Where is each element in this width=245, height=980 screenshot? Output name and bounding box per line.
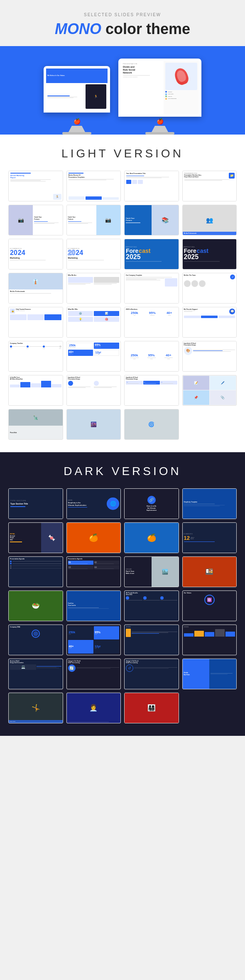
selected-label: SELECTED SLIDES PREVIEW <box>8 12 237 17</box>
dark-slide-thumb-16[interactable]: Our Values ⚛️ <box>182 590 237 621</box>
slide-thumb-20[interactable]: We Provide Support 💬 <box>182 307 237 338</box>
dark-slide-thumb-14[interactable]: ConfirmYour Limits <box>66 590 121 621</box>
dark-slide-thumb-23[interactable]: Change Is The ResultOf All True Learning… <box>124 659 179 689</box>
dark-slide-thumb-8[interactable]: NUMBERS 12 Items inthe list <box>182 522 237 553</box>
slide-thumb-18[interactable]: What We Offer ⚙️ 📊 💡 🎯 <box>66 307 121 338</box>
slide-thumb-12[interactable]: MARKETING Fore cast 2025 <box>182 239 237 270</box>
light-slide-grid: Annual MarketingReport 🏃 Market Review O… <box>8 171 237 440</box>
slide-thumb-10[interactable]: ECOMMERCE 20 24 Marketing <box>66 239 121 270</box>
dark-slide-thumb-9[interactable]: Presentation Agenda <box>8 556 63 587</box>
dark-slide-thumb-11[interactable]: 🏙️ EXPLORE Day In TownMake It Last <box>124 556 179 587</box>
dark-slide-thumb-26[interactable]: 👩‍💼 <box>66 693 121 723</box>
slide-thumb-13[interactable]: 👔 We Are Professionals <box>8 273 63 304</box>
hero-section: We Believe In Our Values 🏃 🍎 <box>0 46 245 135</box>
dark-slide-thumb-24[interactable]: DivideBut Rule <box>182 659 237 689</box>
dark-version-section: DARK VERSION TYPE SECTION Type Section T… <box>0 452 245 736</box>
slide-thumb-30[interactable]: 🌆 <box>66 409 121 440</box>
slide-thumb-9[interactable]: ECOMMERCE 20 24 Marketing <box>8 239 63 270</box>
slide-thumb-29[interactable]: 🗽 Photo Slide <box>8 409 63 440</box>
dark-slide-thumb-13[interactable]: 🥗 <box>8 590 63 621</box>
main-title: MONO color theme <box>8 20 237 38</box>
dark-slide-thumb-7[interactable]: 🍊 <box>124 522 179 553</box>
dark-slide-thumb-21[interactable]: Business ModelDesign And Innovation 💻 <box>8 659 63 689</box>
dark-slide-thumb-5[interactable]: RETAIL AnnualSugarSale 🍬 <box>8 522 63 553</box>
slide-thumb-17[interactable]: 🔒 Only Trusted Sources <box>8 307 63 338</box>
title-rest: color theme <box>101 20 190 37</box>
dark-slide-thumb-12[interactable]: 🍱 <box>182 556 237 587</box>
dark-slide-thumb-22[interactable]: Change Is The ResultOf All True Learning… <box>66 659 121 689</box>
dark-slide-thumb-20[interactable]: DESIGN <box>182 625 237 655</box>
slide-thumb-2[interactable]: Market Review OfPresentation Templates <box>66 171 121 201</box>
slide-thumb-22[interactable]: 250k Clients worldwide 95% Satisfaction … <box>66 341 121 372</box>
monitor-large: PRESENTATION Divide andRule SocialNetwor… <box>118 59 201 135</box>
slide-thumb-4[interactable]: PRESENTATION TITLE Presentation Title Go… <box>182 171 237 201</box>
dark-slide-thumb-25[interactable]: 🤸 Team Photo <box>8 693 63 723</box>
apple-logo-large: 🍎 <box>118 117 201 126</box>
dark-slide-thumb-2[interactable]: QUOTE Simplicity is theUltimate Sophisti… <box>66 488 121 519</box>
header-section: SELECTED SLIDES PREVIEW MONO color theme <box>0 0 245 46</box>
slide-thumb-27[interactable]: Ingredients Of GoodPresentation Design 0… <box>124 375 179 406</box>
slide-thumb-23[interactable]: 250k Clients 95% Rating 40+ Awards <box>124 341 179 372</box>
slide-thumb-11[interactable]: MARKETING Fore cast 2025 <box>124 239 179 270</box>
slide-thumb-5[interactable]: 📷 Catch YourFortune <box>8 205 63 235</box>
dark-slide-thumb-6[interactable]: 🍊 <box>66 522 121 553</box>
slide-thumb-8[interactable]: 👥 We Are Professionals <box>182 205 237 235</box>
dark-slide-grid: TYPE SECTION Type Section Title QUOTE Si… <box>8 488 237 723</box>
dark-slide-thumb-18[interactable]: 250k Users 95% Happy 40+ Awards 12yr Yea… <box>66 625 121 655</box>
monitor-small: We Believe In Our Values 🏃 🍎 <box>44 66 110 135</box>
dark-slide-thumb-27[interactable]: 👨‍👩‍👧‍👦 <box>124 693 179 723</box>
slide-thumb-19[interactable]: 2020 In Numbers 250k Users 95% Satisfact… <box>124 307 179 338</box>
slide-thumb-28[interactable]: 📝 🖊️ 📌 📎 <box>182 375 237 406</box>
slide-thumb-16[interactable]: We Are The Team ✓ <box>182 273 237 304</box>
slide-thumb-7[interactable]: Catch YourFortune 📚 <box>124 205 179 235</box>
dark-slide-thumb-1[interactable]: TYPE SECTION Type Section Title <box>8 488 63 519</box>
dark-slide-thumb-10[interactable]: Presentation Agenda 01 02 03 <box>66 556 121 587</box>
dark-slide-thumb-15[interactable]: We Provide BenefitsSince 2015 <box>124 590 179 621</box>
dark-slide-thumb-17[interactable]: Company DNA <box>8 625 63 655</box>
slide-thumb-31[interactable]: 🌀 <box>124 409 179 440</box>
slide-thumb-1[interactable]: Annual MarketingReport 🏃 <box>8 171 63 201</box>
dark-slide-thumb-4[interactable]: Simplicity Template <box>182 488 237 519</box>
apple-logo-small: 🍎 <box>44 117 110 126</box>
light-version-title: LIGHT VERSION <box>8 147 237 160</box>
dark-slide-thumb-3[interactable]: 🔗 Share Is to Bethe UltimateSophisticati… <box>124 488 179 519</box>
slide-thumb-3[interactable]: Your Best Presentation Title <box>124 171 179 201</box>
slide-thumb-14[interactable]: Who We Are <box>66 273 121 304</box>
slide-thumb-21[interactable]: Company Timeline 2012 2014 2018 2020 <box>8 341 63 372</box>
slide-thumb-24[interactable]: Ingredients Of GoodPresentation Design 🎨 <box>182 341 237 372</box>
dark-version-title: DARK VERSION <box>8 465 237 478</box>
light-version-section: LIGHT VERSION Annual MarketingReport 🏃 M… <box>0 135 245 452</box>
slide-thumb-6[interactable]: Catch YourFortune 📷 <box>66 205 121 235</box>
slide-thumb-15[interactable]: Our Company Template <box>124 273 179 304</box>
dark-slide-thumb-19[interactable]: DESIGN <box>124 625 179 655</box>
slide-thumb-26[interactable]: Ingredients Of GoodPresentation Design <box>66 375 121 406</box>
title-mono: MONO <box>55 20 101 37</box>
slide-thumb-25[interactable]: In God We Trust,All Others Bring Data <box>8 375 63 406</box>
